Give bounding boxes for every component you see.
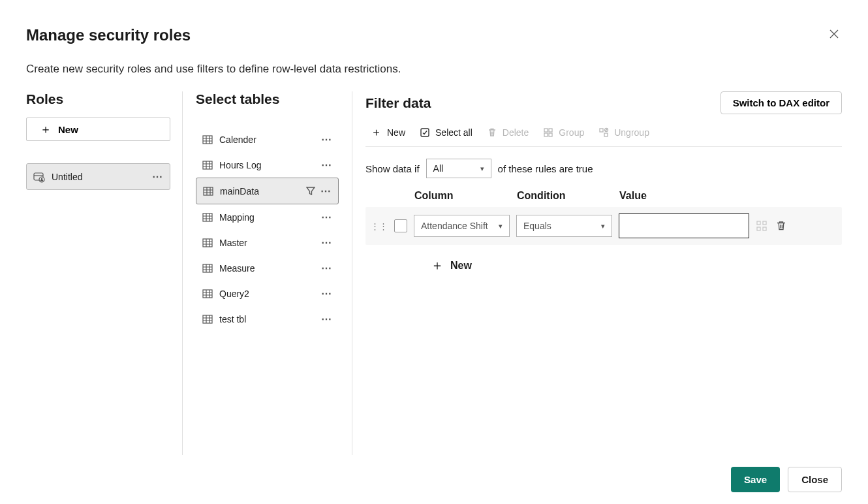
show-data-suffix: of these rules are true [498, 163, 593, 174]
svg-rect-6 [203, 213, 212, 221]
toolbar-ungroup-label: Ungroup [614, 127, 649, 138]
svg-rect-11 [421, 129, 429, 136]
role-more-button[interactable]: ⋯ [152, 170, 163, 183]
close-icon [829, 29, 839, 39]
toolbar-delete-button: Delete [487, 127, 529, 138]
table-more-button[interactable]: ⋯ [321, 211, 332, 223]
tables-title: Select tables [196, 91, 339, 107]
svg-rect-21 [757, 227, 760, 230]
roles-title: Roles [26, 91, 170, 107]
rule-group-icon [756, 220, 767, 232]
rule-column-select[interactable]: Attendance Shift ▾ [414, 215, 510, 237]
table-item-mapping[interactable]: Mapping ⋯ [196, 204, 339, 230]
svg-rect-17 [604, 133, 608, 136]
table-name: Master [219, 238, 247, 248]
table-icon [202, 263, 213, 274]
svg-point-2 [41, 178, 42, 179]
rule-condition-value: Equals [523, 221, 551, 231]
svg-rect-3 [203, 136, 212, 144]
table-name: Calender [219, 134, 256, 145]
table-name: Hours Log [219, 160, 262, 170]
rule-condition-select[interactable]: Equals ▾ [516, 215, 612, 237]
show-data-select[interactable]: All ▾ [426, 159, 491, 178]
toolbar-select-all-label: Select all [435, 127, 473, 138]
role-item[interactable]: Untitled ⋯ [26, 163, 170, 190]
table-name: Measure [219, 263, 255, 274]
table-name: Mapping [219, 212, 255, 223]
close-button[interactable] [826, 26, 842, 42]
table-name: Query2 [219, 289, 249, 299]
add-rule-button[interactable]: ＋ New [431, 257, 842, 274]
table-more-button[interactable]: ⋯ [320, 185, 332, 197]
header-value: Value [619, 190, 842, 202]
svg-rect-7 [203, 239, 212, 247]
table-item-maindata[interactable]: mainData ⋯ [196, 178, 339, 204]
add-rule-label: New [450, 260, 472, 272]
switch-dax-label: Switch to DAX editor [733, 97, 829, 108]
close-footer-button[interactable]: Close [788, 467, 842, 492]
svg-rect-22 [763, 227, 766, 230]
show-data-select-value: All [433, 163, 444, 174]
toolbar-ungroup-button: Ungroup [598, 127, 649, 138]
trash-icon [487, 127, 497, 138]
svg-rect-10 [203, 315, 212, 323]
toolbar-group-button: Group [543, 127, 584, 138]
table-name: test tbl [219, 314, 246, 324]
dialog-subtitle: Create new security roles and use filter… [26, 63, 842, 76]
table-more-button[interactable]: ⋯ [321, 133, 332, 146]
toolbar-new-button[interactable]: ＋ New [371, 125, 405, 140]
table-icon [202, 212, 213, 223]
switch-dax-button[interactable]: Switch to DAX editor [721, 91, 842, 114]
table-more-button[interactable]: ⋯ [321, 159, 332, 171]
plus-icon: ＋ [371, 125, 382, 140]
rule-checkbox[interactable] [394, 219, 407, 232]
plus-icon: ＋ [40, 123, 52, 135]
table-icon [202, 314, 213, 324]
filter-toolbar: ＋ New Select all Delete Group Ungr [365, 119, 842, 147]
drag-handle[interactable]: ⋮⋮ [371, 221, 388, 231]
table-item-test-tbl[interactable]: test tbl ⋯ [196, 306, 339, 332]
table-more-button[interactable]: ⋯ [321, 262, 332, 274]
new-role-label: New [58, 124, 78, 135]
table-icon [202, 289, 213, 299]
table-icon [202, 134, 213, 145]
svg-rect-14 [544, 133, 548, 136]
svg-rect-19 [757, 221, 760, 225]
table-item-calender[interactable]: Calender ⋯ [196, 127, 339, 152]
table-more-button[interactable]: ⋯ [321, 313, 332, 325]
table-icon [202, 160, 213, 170]
close-label: Close [801, 474, 828, 485]
dialog-title: Manage security roles [26, 26, 191, 44]
header-condition: Condition [517, 190, 619, 202]
rule-column-value: Attendance Shift [421, 221, 488, 231]
ungroup-icon [598, 127, 609, 138]
new-role-button[interactable]: ＋ New [26, 118, 170, 141]
svg-rect-12 [544, 129, 548, 132]
table-more-button[interactable]: ⋯ [321, 287, 332, 300]
table-icon [202, 238, 213, 248]
table-item-hours-log[interactable]: Hours Log ⋯ [196, 152, 339, 178]
chevron-down-icon: ▾ [480, 165, 484, 173]
table-icon [203, 186, 213, 197]
header-column: Column [414, 190, 517, 202]
rule-value-input[interactable] [619, 213, 749, 238]
filter-title: Filter data [365, 95, 431, 111]
svg-rect-13 [549, 129, 552, 132]
toolbar-group-label: Group [559, 127, 584, 138]
show-data-prefix: Show data if [365, 163, 420, 174]
group-icon [543, 127, 553, 138]
table-more-button[interactable]: ⋯ [321, 236, 332, 249]
svg-rect-8 [203, 264, 212, 272]
save-button[interactable]: Save [731, 467, 780, 492]
role-name: Untitled [52, 172, 82, 182]
tables-list: Calender ⋯ Hours Log ⋯ mainData [196, 127, 339, 332]
chevron-down-icon: ▾ [499, 222, 503, 230]
rule-delete-button[interactable] [775, 220, 787, 232]
save-label: Save [744, 474, 767, 485]
toolbar-select-all-button[interactable]: Select all [420, 127, 473, 138]
table-item-measure[interactable]: Measure ⋯ [196, 255, 339, 281]
svg-rect-4 [203, 161, 212, 169]
table-item-master[interactable]: Master ⋯ [196, 230, 339, 255]
select-all-icon [420, 127, 430, 138]
table-item-query2[interactable]: Query2 ⋯ [196, 281, 339, 306]
